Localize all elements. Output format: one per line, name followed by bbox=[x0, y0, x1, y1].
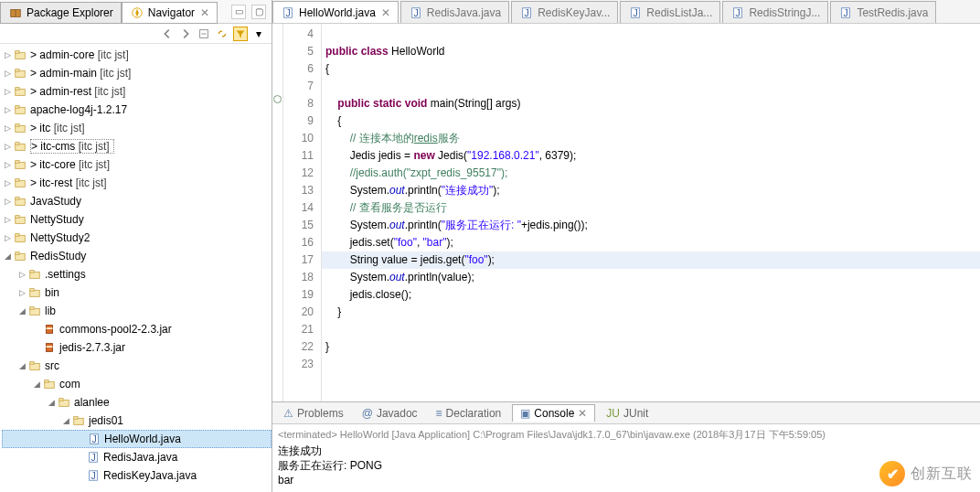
expand-arrow-icon[interactable]: ◢ bbox=[60, 416, 71, 425]
code-line[interactable]: } bbox=[322, 338, 980, 356]
back-icon[interactable] bbox=[160, 27, 175, 41]
expand-arrow-icon[interactable]: ▷ bbox=[2, 87, 13, 96]
filter-icon[interactable] bbox=[233, 27, 248, 41]
expand-arrow-icon[interactable]: ▷ bbox=[2, 69, 13, 78]
code-line[interactable] bbox=[322, 26, 980, 43]
tree-node[interactable]: JRedisKeyJava.java bbox=[2, 466, 272, 485]
tree-node[interactable]: ▷> itc [itc jst] bbox=[2, 119, 272, 137]
svg-rect-38 bbox=[47, 346, 53, 348]
line-number: 21 bbox=[283, 321, 314, 338]
tree-node[interactable]: ▷apache-log4j-1.2.17 bbox=[2, 101, 272, 119]
expand-arrow-icon[interactable]: ▷ bbox=[16, 270, 27, 279]
tree-node[interactable]: jedis-2.7.3.jar bbox=[2, 338, 272, 357]
code-line[interactable]: //jedis.auth("zxpt_redis_95517"); bbox=[322, 165, 980, 182]
editor-tab[interactable]: JHelloWorld.java✕ bbox=[272, 1, 399, 23]
code-line[interactable]: jedis.set("foo", "bar"); bbox=[322, 234, 980, 251]
tree-node[interactable]: commons-pool2-2.3.jar bbox=[2, 320, 272, 338]
tree-node[interactable]: ◢jedis01 bbox=[2, 412, 272, 430]
tree-node[interactable]: ▷> admin-rest [itc jst] bbox=[2, 82, 272, 101]
console-view[interactable]: <terminated> HelloWorld [Java Applicatio… bbox=[272, 424, 980, 492]
expand-arrow-icon[interactable]: ◢ bbox=[16, 361, 27, 370]
tree-node[interactable]: ◢com bbox=[2, 375, 272, 393]
tree-node[interactable]: ▷> admin-main [itc jst] bbox=[2, 64, 272, 82]
tree-node[interactable]: ▷bin bbox=[2, 283, 272, 302]
code-line[interactable]: public static void main(String[] args) bbox=[322, 95, 980, 112]
tree-node[interactable]: ◢lib bbox=[2, 302, 272, 320]
code-line[interactable]: System.out.println("连接成功"); bbox=[322, 182, 980, 199]
javadoc-icon: @ bbox=[362, 407, 373, 420]
code-line[interactable]: } bbox=[322, 304, 980, 321]
tree-node[interactable]: ▷.settings bbox=[2, 265, 272, 283]
code-line[interactable]: // 连接本地的redis服务 bbox=[322, 130, 980, 147]
editor-tab[interactable]: JRedisListJa... bbox=[620, 1, 720, 23]
editor-tab[interactable]: JRedisKeyJav... bbox=[511, 1, 618, 23]
editor-tab[interactable]: JRedisStringJ... bbox=[722, 1, 828, 23]
project-tree[interactable]: ▷> admin-core [itc jst]▷> admin-main [it… bbox=[0, 44, 272, 492]
collapse-all-icon[interactable] bbox=[197, 27, 211, 41]
code-line[interactable] bbox=[322, 356, 980, 373]
expand-arrow-icon[interactable]: ▷ bbox=[2, 160, 13, 169]
editor-tab[interactable]: JRedisJava.java bbox=[400, 1, 509, 23]
editor-tab[interactable]: JTestRedis.java bbox=[830, 1, 936, 23]
editor-tab-label: HelloWorld.java bbox=[299, 6, 376, 19]
maximize-button[interactable]: ▢ bbox=[251, 5, 266, 19]
tree-node[interactable]: JHelloWorld.java bbox=[2, 430, 272, 448]
tab-label: Package Explorer bbox=[27, 6, 113, 19]
code-line[interactable] bbox=[322, 321, 980, 338]
fold-toggle-icon[interactable] bbox=[273, 95, 282, 103]
minimize-button[interactable]: ▭ bbox=[231, 5, 246, 19]
tree-node[interactable]: ▷JavaStudy bbox=[2, 192, 272, 210]
expand-arrow-icon[interactable]: ◢ bbox=[46, 398, 57, 407]
code-line[interactable]: { bbox=[322, 112, 980, 130]
code-line[interactable]: public class HelloWorld bbox=[322, 43, 980, 60]
tree-node[interactable]: JRedisJava.java bbox=[2, 448, 272, 466]
tree-node[interactable]: ◢alanlee bbox=[2, 393, 272, 412]
code-line[interactable]: jedis.close(); bbox=[322, 286, 980, 304]
close-icon[interactable]: ✕ bbox=[381, 6, 390, 19]
java-file-icon: J bbox=[281, 5, 295, 20]
expand-arrow-icon[interactable]: ▷ bbox=[2, 197, 13, 206]
expand-arrow-icon[interactable]: ▷ bbox=[2, 215, 13, 224]
folding-ruler[interactable] bbox=[272, 24, 283, 401]
link-editor-icon[interactable] bbox=[215, 27, 229, 41]
code-line[interactable]: String value = jedis.get("foo"); bbox=[322, 251, 980, 269]
code-line[interactable]: System.out.println(value); bbox=[322, 269, 980, 286]
expand-arrow-icon[interactable]: ▷ bbox=[2, 233, 13, 242]
bottom-tab-console[interactable]: ▣Console ✕ bbox=[512, 404, 595, 422]
code-line[interactable]: Jedis jedis = new Jedis("192.168.0.21", … bbox=[322, 147, 980, 165]
tree-node[interactable]: ▷> itc-core [itc jst] bbox=[2, 155, 272, 174]
expand-arrow-icon[interactable]: ▷ bbox=[2, 105, 13, 114]
code-editor[interactable]: 4567891011121314151617181920212223 publi… bbox=[272, 24, 980, 402]
code-line[interactable]: // 查看服务是否运行 bbox=[322, 199, 980, 217]
code-line[interactable]: { bbox=[322, 60, 980, 78]
expand-arrow-icon[interactable]: ◢ bbox=[16, 306, 27, 316]
code-line[interactable] bbox=[322, 78, 980, 95]
tree-node[interactable]: ◢RedisStudy bbox=[2, 247, 272, 265]
tab-navigator[interactable]: Navigator ✕ bbox=[122, 2, 218, 24]
forward-icon[interactable] bbox=[178, 27, 193, 41]
tree-node[interactable]: ▷NettyStudy bbox=[2, 210, 272, 229]
expand-arrow-icon[interactable]: ▷ bbox=[2, 123, 13, 133]
view-menu-icon[interactable]: ▾ bbox=[251, 27, 266, 41]
expand-arrow-icon[interactable]: ◢ bbox=[2, 251, 13, 261]
line-number: 13 bbox=[283, 182, 314, 199]
expand-arrow-icon[interactable]: ▷ bbox=[2, 50, 13, 59]
bottom-tab-javadoc[interactable]: @Javadoc bbox=[355, 405, 425, 422]
expand-arrow-icon[interactable]: ◢ bbox=[31, 380, 42, 389]
bottom-tab-declaration[interactable]: ≡Declaration bbox=[429, 405, 509, 422]
tree-node[interactable]: ▷> itc-rest [itc jst] bbox=[2, 174, 272, 192]
tree-node[interactable]: ▷NettyStudy2 bbox=[2, 229, 272, 247]
tab-package-explorer[interactable]: Package Explorer bbox=[0, 2, 122, 24]
expand-arrow-icon[interactable]: ▷ bbox=[16, 288, 27, 297]
code-content[interactable]: public class HelloWorld{ public static v… bbox=[322, 24, 980, 401]
close-icon[interactable]: ✕ bbox=[200, 6, 209, 19]
close-icon[interactable]: ✕ bbox=[578, 407, 587, 420]
bottom-tab-junit[interactable]: JUJUnit bbox=[599, 405, 655, 422]
tree-node[interactable]: ◢src bbox=[2, 357, 272, 375]
tree-node[interactable]: ▷> itc-cms [itc jst] bbox=[2, 137, 272, 155]
tree-node[interactable]: ▷> admin-core [itc jst] bbox=[2, 46, 272, 64]
expand-arrow-icon[interactable]: ▷ bbox=[2, 142, 13, 151]
expand-arrow-icon[interactable]: ▷ bbox=[2, 178, 13, 187]
code-line[interactable]: System.out.println("服务正在运行: "+jedis.ping… bbox=[322, 217, 980, 234]
bottom-tab-problems[interactable]: ⚠Problems bbox=[276, 405, 351, 422]
